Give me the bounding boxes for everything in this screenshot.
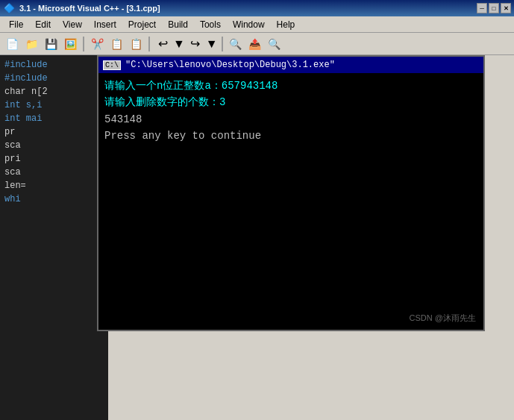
console-line-4: Press any key to continue (104, 128, 477, 144)
console-line-1: 请输入一个n位正整数a：657943148 (104, 78, 477, 94)
close-button[interactable]: ✕ (501, 3, 511, 13)
menu-view[interactable]: View (57, 18, 88, 31)
code-editor[interactable]: #include #include char n[2 int s,i int m… (0, 55, 108, 420)
code-line-10: len= (0, 179, 108, 192)
code-line-1: #include (0, 58, 108, 72)
toolbar-find[interactable]: 🔍 (227, 35, 245, 53)
code-line-8: pri (0, 152, 108, 166)
title-bar: 🔷 3.1 - Microsoft Visual C++ - [3.1.cpp]… (0, 0, 514, 16)
menu-bar: File Edit View Insert Project Build Tool… (0, 16, 514, 33)
code-line-9: sca (0, 166, 108, 179)
app-icon: 🔷 (3, 2, 15, 14)
console-line-2: 请输入删除数字的个数：3 (104, 94, 477, 110)
toolbar-redo[interactable]: ↪ (187, 35, 204, 53)
menu-project[interactable]: Project (122, 18, 162, 31)
menu-window[interactable]: Window (227, 18, 271, 31)
toolbar-open[interactable]: 📁 (22, 35, 40, 53)
code-line-6: pr (0, 125, 108, 139)
toolbar-new[interactable]: 📄 (3, 35, 21, 53)
code-line-2: #include (0, 72, 108, 85)
toolbar-paste[interactable]: 📋 (127, 35, 145, 53)
code-line-3: char n[2 (0, 85, 108, 98)
watermark: CSDN @沐雨先生 (410, 313, 476, 324)
console-title-text: "C:\Users\lenovo\Desktop\Debug\3.1.exe" (125, 60, 335, 70)
minimize-button[interactable]: ─ (477, 3, 487, 13)
menu-file[interactable]: File (3, 18, 29, 31)
menu-edit[interactable]: Edit (29, 18, 57, 31)
console-window: C:\ "C:\Users\lenovo\Desktop\Debug\3.1.e… (97, 55, 485, 331)
title-text: 3.1 - Microsoft Visual C++ - [3.1.cpp] (19, 4, 472, 13)
console-line-3: 543148 (104, 111, 477, 128)
console-icon: C:\ (103, 60, 121, 70)
menu-tools[interactable]: Tools (194, 18, 227, 31)
console-content: 请输入一个n位正整数a：657943148 请输入删除数字的个数：3 54314… (98, 73, 483, 330)
menu-build[interactable]: Build (162, 18, 194, 31)
code-line-11: whi (0, 192, 108, 206)
toolbar-sep-1 (83, 37, 84, 51)
menu-insert[interactable]: Insert (88, 18, 122, 31)
main-area: #include #include char n[2 int s,i int m… (0, 55, 514, 420)
toolbar-save[interactable]: 💾 (42, 35, 60, 53)
toolbar-sep-2 (148, 37, 150, 51)
code-line-5: int mai (0, 112, 108, 125)
toolbar-find2[interactable]: 🔍 (266, 35, 283, 53)
console-titlebar: C:\ "C:\Users\lenovo\Desktop\Debug\3.1.e… (98, 57, 483, 73)
toolbar-export[interactable]: 📤 (246, 35, 264, 53)
toolbar: 📄 📁 💾 🖼️ ✂️ 📋 📋 ↩ ▼ ↪ ▼ 🔍 📤 🔍 (0, 33, 514, 55)
toolbar-img[interactable]: 🖼️ (61, 35, 79, 53)
title-bar-buttons: ─ □ ✕ (477, 3, 511, 13)
toolbar-copy[interactable]: 📋 (107, 35, 125, 53)
menu-help[interactable]: Help (271, 18, 301, 31)
code-line-7: sca (0, 139, 108, 152)
toolbar-undo-dropdown[interactable]: ▼ (173, 37, 185, 51)
toolbar-undo[interactable]: ↩ (154, 35, 172, 53)
toolbar-cut[interactable]: ✂️ (88, 35, 106, 53)
toolbar-sep-3 (222, 37, 223, 51)
toolbar-redo-dropdown[interactable]: ▼ (206, 37, 218, 51)
code-line-4: int s,i (0, 98, 108, 112)
maximize-button[interactable]: □ (489, 3, 499, 13)
